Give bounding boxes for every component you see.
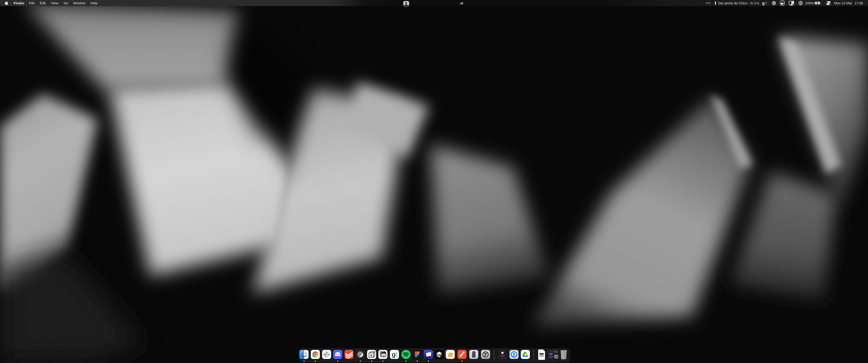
svg-text:g: g [392,351,396,358]
svg-text:N: N [370,354,372,357]
svg-text:11: 11 [556,356,557,358]
svg-text:raycast: raycast [500,355,505,357]
svg-text:10: 10 [382,354,385,357]
